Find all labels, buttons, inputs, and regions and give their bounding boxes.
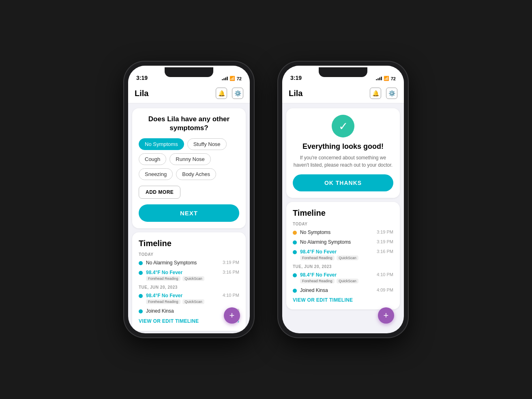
timeline-sub-1-3: Forehead Reading QuickScan	[146, 299, 220, 304]
symptom-tags: No Symptoms Stuffy Nose Cough Runny Nose…	[139, 138, 239, 180]
timeline-time-1-2: 3:16 PM	[223, 270, 239, 275]
app-title-2: Lila	[289, 89, 302, 98]
tag-body-aches[interactable]: Body Aches	[176, 168, 216, 180]
alarm-icon-2[interactable]: 🔔	[370, 88, 381, 99]
settings-icon-2[interactable]: ⚙️	[386, 88, 397, 99]
success-check-icon: ✓	[332, 115, 354, 137]
timeline-item-title-1-4: Joined Kinsa	[146, 308, 231, 314]
timeline-tue-2: TUE, JUN 20, 2023	[293, 264, 393, 269]
timeline-item-1-3: 98.4°F No Fever Forehead Reading QuickSc…	[139, 293, 239, 304]
timeline-content-1-3: 98.4°F No Fever Forehead Reading QuickSc…	[146, 293, 220, 304]
timeline-dot-2-5	[293, 289, 297, 293]
battery-label-2: 72	[391, 76, 396, 81]
timeline-dot-1-2	[139, 271, 143, 275]
timeline-title-2: Timeline	[293, 208, 393, 218]
timeline-item-2-5: Joined Kinsa 4:09 PM	[293, 287, 393, 293]
timeline-content-1-2: 98.4°F No Fever Forehead Reading QuickSc…	[146, 270, 220, 281]
success-title: Everything looks good!	[293, 142, 393, 151]
timeline-time-1-1: 3:19 PM	[223, 260, 239, 265]
timeline-item-title-2-5: Joined Kinsa	[300, 287, 374, 293]
view-timeline-link-1[interactable]: VIEW OR EDIT TIMELINE	[139, 318, 199, 324]
timeline-item-2-2: No Alarming Symptoms 3:19 PM	[293, 239, 393, 245]
timeline-dot-2-1	[293, 231, 297, 235]
timeline-content-1-4: Joined Kinsa	[146, 308, 231, 314]
timeline-item-title-2-1: No Symptoms	[300, 230, 374, 235]
timeline-dot-1-4	[139, 309, 143, 313]
timeline-dot-1-3	[139, 294, 143, 298]
timeline-item-title-1-2[interactable]: 98.4°F No Fever	[146, 270, 220, 275]
timeline-sub-2-3: Forehead Reading QuickScan	[300, 255, 374, 260]
timeline-item-2-4: 98.4°F No Fever Forehead Reading QuickSc…	[293, 272, 393, 283]
timeline-dot-2-4	[293, 273, 297, 277]
tag-stuffy-nose[interactable]: Stuffy Nose	[187, 138, 227, 150]
view-timeline-link-2[interactable]: VIEW OR EDIT TIMELINE	[293, 297, 353, 303]
header-icons-1: 🔔 ⚙️	[216, 88, 243, 99]
timeline-item-1-2: 98.4°F No Fever Forehead Reading QuickSc…	[139, 270, 239, 281]
tag-cough[interactable]: Cough	[139, 153, 166, 165]
signal-icon-1	[222, 77, 228, 80]
timeline-content-2-3: 98.4°F No Fever Forehead Reading QuickSc…	[300, 249, 374, 260]
wifi-icon-1: 📶	[230, 76, 235, 81]
alarm-icon-1[interactable]: 🔔	[216, 88, 227, 99]
signal-icon-2	[376, 77, 382, 80]
timeline-item-title-1-3[interactable]: 98.4°F No Fever	[146, 293, 220, 298]
header-icons-2: 🔔 ⚙️	[370, 88, 397, 99]
status-time-2: 3:19	[290, 75, 302, 81]
timeline-item-2-3: 98.4°F No Fever Forehead Reading QuickSc…	[293, 249, 393, 260]
phone-content-1: Does Lila have any other symptoms? No Sy…	[128, 103, 250, 333]
next-button[interactable]: NEXT	[139, 204, 239, 222]
timeline-content-2-1: No Symptoms	[300, 230, 374, 235]
timeline-today-1: TODAY	[139, 252, 239, 257]
timeline-content-2-4: 98.4°F No Fever Forehead Reading QuickSc…	[300, 272, 374, 283]
timeline-time-2-5: 4:09 PM	[377, 287, 393, 292]
symptoms-card: Does Lila have any other symptoms? No Sy…	[132, 108, 246, 228]
timeline-time-2-2: 3:19 PM	[377, 239, 393, 244]
status-time-1: 3:19	[136, 75, 148, 81]
timeline-item-2-1: No Symptoms 3:19 PM	[293, 230, 393, 235]
ok-thanks-button[interactable]: OK THANKS	[293, 174, 393, 191]
tag-runny-nose[interactable]: Runny Nose	[169, 153, 211, 165]
timeline-item-title-1-1: No Alarming Symptoms	[146, 260, 220, 266]
timeline-content-2-5: Joined Kinsa	[300, 287, 374, 293]
app-header-2: Lila 🔔 ⚙️	[282, 84, 404, 103]
tag-no-symptoms[interactable]: No Symptoms	[139, 138, 184, 150]
timeline-item-title-2-4[interactable]: 98.4°F No Fever	[300, 272, 374, 278]
timeline-time-2-4: 4:10 PM	[377, 272, 393, 277]
timeline-dot-2-2	[293, 240, 297, 245]
phone-1: 3:19 📶 72 Lila 🔔 ⚙️	[124, 62, 254, 337]
add-more-button[interactable]: ADD MORE	[139, 186, 180, 199]
app-title-1: Lila	[135, 89, 148, 98]
timeline-card-2: Timeline TODAY No Symptoms 3:19 PM No Al…	[286, 202, 400, 309]
timeline-time-2-1: 3:19 PM	[377, 230, 393, 234]
fab-1[interactable]: +	[224, 307, 240, 324]
symptoms-title: Does Lila have any other symptoms?	[139, 115, 239, 133]
success-card: ✓ Everything looks good! If you're conce…	[286, 108, 400, 198]
notch-1	[165, 67, 213, 77]
timeline-sub-2-4: Forehead Reading QuickScan	[300, 279, 374, 283]
wifi-icon-2: 📶	[384, 76, 389, 81]
settings-icon-1[interactable]: ⚙️	[232, 88, 243, 99]
timeline-sub-1-2: Forehead Reading QuickScan	[146, 276, 220, 281]
view-timeline-2: VIEW OR EDIT TIMELINE	[293, 297, 393, 303]
success-subtitle: If you're concerned about something we h…	[293, 154, 393, 169]
notch-2	[319, 67, 367, 77]
timeline-title-1: Timeline	[139, 239, 239, 248]
timeline-item-title-2-3[interactable]: 98.4°F No Fever	[300, 249, 374, 255]
phone-content-2: ✓ Everything looks good! If you're conce…	[282, 103, 404, 333]
view-timeline-1: VIEW OR EDIT TIMELINE ›	[139, 318, 239, 324]
timeline-today-2: TODAY	[293, 222, 393, 226]
timeline-tue-1: TUE, JUN 20, 2023	[139, 285, 239, 290]
fab-2[interactable]: +	[378, 307, 394, 324]
timeline-time-2-3: 3:16 PM	[377, 249, 393, 254]
timeline-item-title-2-2: No Alarming Symptoms	[300, 239, 374, 245]
status-icons-2: 📶 72	[376, 76, 396, 81]
tag-sneezing[interactable]: Sneezing	[139, 168, 173, 180]
timeline-time-1-3: 4:10 PM	[223, 293, 239, 298]
status-icons-1: 📶 72	[222, 76, 242, 81]
timeline-item-1-1: No Alarming Symptoms 3:19 PM	[139, 260, 239, 266]
phone-2: 3:19 📶 72 Lila 🔔 ⚙️	[278, 62, 408, 337]
timeline-content-2-2: No Alarming Symptoms	[300, 239, 374, 245]
timeline-dot-1-1	[139, 261, 143, 265]
battery-label-1: 72	[237, 76, 242, 81]
app-header-1: Lila 🔔 ⚙️	[128, 84, 250, 103]
